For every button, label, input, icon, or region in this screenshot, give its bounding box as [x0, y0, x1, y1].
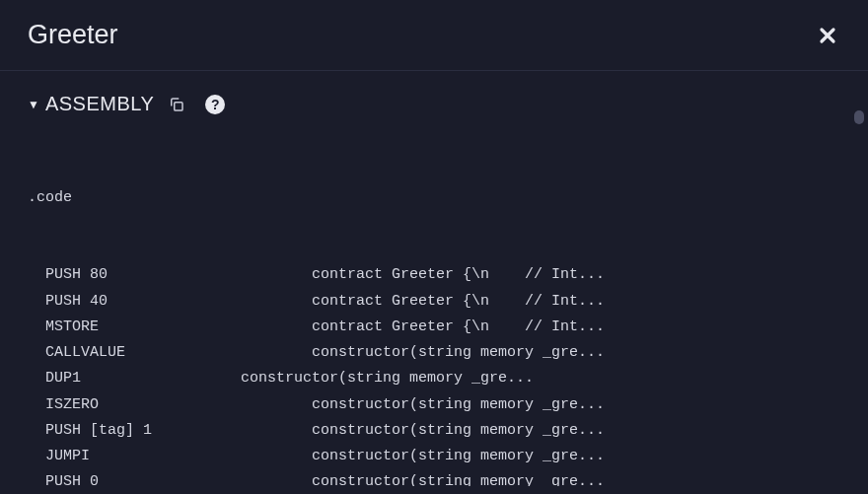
code-line: PUSH 80 contract Greeter {\n // Int...: [28, 262, 840, 288]
copy-icon: [168, 96, 185, 113]
code-line: MSTORE contract Greeter {\n // Int...: [28, 315, 840, 340]
section-header: ▼ ASSEMBLY ?: [28, 93, 840, 115]
opcode: DUP1: [45, 366, 241, 391]
source-mapping: contract Greeter {\n // Int...: [312, 262, 605, 288]
source-mapping: constructor(string memory _gre...: [312, 418, 605, 444]
modal-header: Greeter: [0, 0, 868, 71]
code-line: CALLVALUE constructor(string memory _gre…: [28, 340, 840, 366]
code-line: DUP1 constructor(string memory _gre...: [28, 366, 840, 391]
caret-down-icon: ▼: [28, 98, 39, 111]
source-mapping: contract Greeter {\n // Int...: [312, 289, 605, 315]
code-line: PUSH [tag] 1 constructor(string memory _…: [28, 418, 840, 444]
modal-title: Greeter: [28, 20, 118, 50]
opcode: PUSH 0: [45, 469, 312, 486]
opcode: MSTORE: [45, 315, 312, 340]
code-header-line: .code: [28, 185, 840, 211]
source-mapping: constructor(string memory _gre...: [312, 444, 605, 469]
opcode: PUSH 40: [45, 289, 312, 315]
scrollbar-thumb[interactable]: [854, 110, 864, 124]
code-line: PUSH 0 constructor(string memory _gre...: [28, 469, 840, 486]
help-button[interactable]: ?: [205, 95, 225, 114]
modal-body: ▼ ASSEMBLY ? .code PUSH 80 contract Gree…: [0, 71, 868, 486]
close-button[interactable]: [815, 23, 840, 48]
opcode: ISZERO: [45, 392, 312, 418]
question-icon: ?: [211, 97, 220, 112]
opcode: PUSH [tag] 1: [45, 418, 312, 444]
assembly-code: .code PUSH 80 contract Greeter {\n // In…: [28, 133, 840, 486]
code-line: ISZERO constructor(string memory _gre...: [28, 392, 840, 418]
source-mapping: constructor(string memory _gre...: [241, 366, 534, 391]
source-mapping: constructor(string memory _gre...: [312, 392, 605, 418]
opcode: PUSH 80: [45, 262, 312, 288]
close-icon: [819, 27, 836, 44]
opcode: JUMPI: [45, 444, 312, 469]
opcode: CALLVALUE: [45, 340, 312, 366]
copy-button[interactable]: [168, 96, 185, 113]
code-line: PUSH 40 contract Greeter {\n // Int...: [28, 289, 840, 315]
svg-rect-0: [175, 102, 182, 109]
section-label: ASSEMBLY: [45, 93, 154, 115]
code-line: JUMPI constructor(string memory _gre...: [28, 444, 840, 469]
source-mapping: constructor(string memory _gre...: [312, 469, 605, 486]
source-mapping: constructor(string memory _gre...: [312, 340, 605, 366]
source-mapping: contract Greeter {\n // Int...: [312, 315, 605, 340]
assembly-toggle[interactable]: ▼ ASSEMBLY: [28, 93, 154, 115]
